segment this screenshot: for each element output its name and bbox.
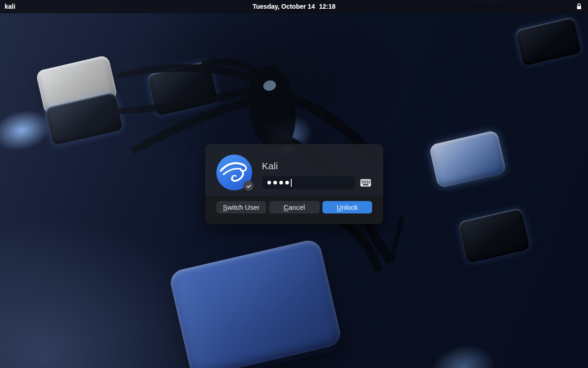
password-dot [273,181,277,184]
session-username: kali [0,3,15,10]
password-dots [267,181,289,184]
unlock-button[interactable]: Unlock [322,201,372,213]
top-bar: kali Tuesday, October 14 12:18 [0,0,588,13]
unlock-dialog: Kali [205,144,383,224]
lock-icon [576,3,582,10]
check-icon [246,183,252,189]
dialog-top-section: Kali [205,144,383,196]
clock: Tuesday, October 14 12:18 [253,3,335,10]
cancel-button[interactable]: Cancel [269,201,320,213]
dialog-actions: Switch User Cancel Unlock [205,196,383,224]
clock-date: Tuesday, October 14 [253,3,315,10]
check-badge [243,181,254,191]
on-screen-keyboard-button[interactable] [359,178,372,188]
text-caret [291,179,292,187]
keyboard-icon [360,179,371,187]
lock-screen: kali Tuesday, October 14 12:18 [0,0,588,368]
username-label: Kali [262,160,372,172]
password-row [262,176,372,190]
password-dot [285,181,289,184]
user-avatar [216,155,252,190]
credential-fields: Kali [262,155,372,196]
password-dot [279,181,283,184]
password-dot [267,181,271,184]
switch-user-button[interactable]: Switch User [216,201,266,213]
clock-time: 12:18 [319,3,335,10]
password-input[interactable] [262,176,356,190]
